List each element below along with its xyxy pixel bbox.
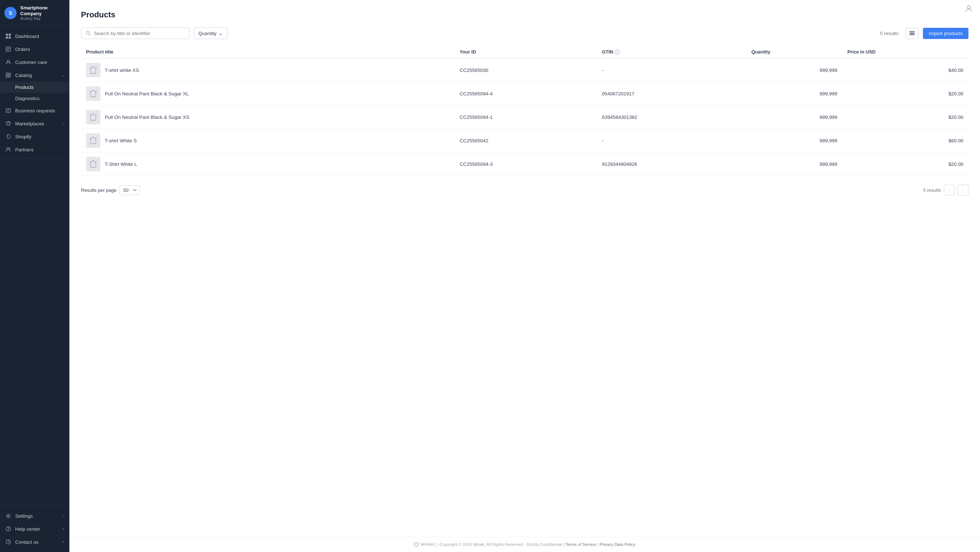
price-cell: $40.00 bbox=[842, 59, 969, 82]
sidebar-item-orders[interactable]: Orders bbox=[0, 43, 69, 56]
gtin-info-icon[interactable]: i bbox=[615, 49, 620, 54]
sidebar-collapse-button[interactable]: ‹ bbox=[66, 9, 69, 17]
import-products-button[interactable]: Import products bbox=[923, 28, 969, 39]
list-view-icon bbox=[909, 30, 915, 36]
product-title-cell: T-shirt white XS bbox=[81, 59, 455, 82]
quantity-filter-button[interactable]: Quantity ⌄ bbox=[194, 27, 228, 39]
svg-rect-12 bbox=[9, 75, 11, 77]
svg-point-20 bbox=[8, 530, 8, 530]
your-id-cell: CC25565030 bbox=[455, 59, 597, 82]
product-thumbnail bbox=[86, 157, 100, 171]
col-gtin: GTIN i bbox=[597, 46, 746, 59]
sidebar-item-diagnostics[interactable]: Diagnostics bbox=[0, 93, 69, 104]
svg-rect-2 bbox=[6, 37, 8, 39]
svg-rect-25 bbox=[910, 33, 915, 33]
sidebar-item-catalog[interactable]: Catalog ⌄ bbox=[0, 68, 69, 82]
product-title: T-shirt White S bbox=[105, 138, 137, 143]
product-title: T-shirt white XS bbox=[105, 68, 139, 73]
col-quantity: Quantity bbox=[746, 46, 842, 59]
sidebar: S Smartphone Company Audrey Bay ‹ Dashbo… bbox=[0, 0, 69, 552]
svg-rect-0 bbox=[6, 33, 8, 36]
search-icon bbox=[86, 30, 91, 36]
price-cell: $60.00 bbox=[842, 129, 969, 153]
dashboard-label: Dashboard bbox=[15, 33, 64, 39]
marketplaces-icon bbox=[5, 120, 11, 127]
sidebar-item-dashboard[interactable]: Dashboard bbox=[0, 30, 69, 43]
product-title-cell: T-Shirt White L bbox=[81, 153, 455, 176]
pagination-right: 5 results ‹ › bbox=[923, 185, 969, 196]
footer-terms-link[interactable]: Terms of Service bbox=[565, 542, 596, 547]
your-id-cell: CC25565094-3 bbox=[455, 153, 597, 176]
sidebar-header: S Smartphone Company Audrey Bay ‹ bbox=[0, 0, 69, 26]
sidebar-item-settings[interactable]: Settings › bbox=[0, 509, 69, 522]
dashboard-icon bbox=[5, 33, 11, 40]
customer-care-icon bbox=[5, 59, 11, 65]
svg-rect-13 bbox=[6, 109, 11, 112]
svg-point-16 bbox=[6, 148, 8, 149]
per-page-select[interactable]: 50 100 200 bbox=[119, 185, 140, 195]
diagnostics-label: Diagnostics bbox=[15, 96, 40, 101]
shopify-icon bbox=[5, 133, 11, 140]
footer-text: MIRAKL | Copyright © 2024 Mirakl, All Ri… bbox=[421, 542, 565, 547]
sidebar-footer: Settings › Help center ↗ Contact us ↗ bbox=[0, 506, 69, 552]
table-row: Pull On Neutral Pant Black & Sugar XL CC… bbox=[81, 82, 969, 105]
product-thumbnail bbox=[86, 133, 100, 148]
marketplaces-label: Marketplaces bbox=[15, 121, 63, 126]
page-title: Products bbox=[81, 10, 969, 19]
price-cell: $20.00 bbox=[842, 105, 969, 129]
svg-rect-9 bbox=[6, 73, 8, 75]
quantity-cell: 999,999 bbox=[746, 129, 842, 153]
pagination-results-count: 5 results bbox=[923, 188, 941, 193]
sidebar-item-products[interactable]: Products bbox=[0, 82, 69, 93]
sidebar-item-partners[interactable]: Partners bbox=[0, 143, 69, 156]
gtin-cell: 9129344904926 bbox=[597, 153, 746, 176]
col-price: Price in USD bbox=[842, 46, 969, 59]
main-area: Products Quantity ⌄ 5 results Import pro… bbox=[69, 0, 980, 552]
product-title: Pull On Neutral Pant Black & Sugar XS bbox=[105, 115, 189, 120]
main-content: Products Quantity ⌄ 5 results Import pro… bbox=[69, 0, 980, 537]
table-row: Pull On Neutral Pant Black & Sugar XS CC… bbox=[81, 105, 969, 129]
marketplaces-arrow-icon: › bbox=[63, 121, 64, 126]
search-input[interactable] bbox=[94, 31, 185, 36]
pagination-bar: Results per page 50 100 200 5 results ‹ … bbox=[81, 179, 969, 197]
footer-privacy-link[interactable]: Privacy Data Policy bbox=[600, 542, 636, 547]
gtin-cell: - bbox=[597, 59, 746, 82]
sidebar-item-contact-us[interactable]: Contact us ↗ bbox=[0, 535, 69, 549]
product-thumbnail bbox=[86, 110, 100, 124]
gtin-cell: 6394584301382 bbox=[597, 105, 746, 129]
svg-rect-10 bbox=[9, 73, 11, 75]
price-cell: $20.00 bbox=[842, 82, 969, 105]
table-body: T-shirt white XS CC25565030 - 999,999 $4… bbox=[81, 59, 969, 176]
col-product-title: Product title bbox=[81, 46, 455, 59]
business-requests-label: Business requests bbox=[15, 108, 64, 113]
pagination-next-button[interactable]: › bbox=[958, 185, 969, 196]
product-title-cell: Pull On Neutral Pant Black & Sugar XL bbox=[81, 82, 455, 105]
sidebar-item-help-center[interactable]: Help center ↗ bbox=[0, 522, 69, 535]
orders-icon bbox=[5, 46, 11, 52]
settings-icon bbox=[5, 512, 11, 519]
product-thumbnail bbox=[86, 86, 100, 101]
user-icon[interactable] bbox=[965, 4, 973, 14]
search-box[interactable] bbox=[81, 27, 189, 39]
sidebar-item-customer-care[interactable]: Customer care bbox=[0, 56, 69, 68]
catalog-label: Catalog bbox=[15, 73, 61, 78]
company-logo: S bbox=[4, 7, 17, 19]
svg-point-8 bbox=[7, 60, 10, 62]
settings-arrow-icon: › bbox=[63, 514, 64, 518]
sidebar-item-shopify[interactable]: Shopify bbox=[0, 130, 69, 143]
help-center-external-icon: ↗ bbox=[61, 527, 64, 531]
table-row: T-shirt White S CC25565042 - 999,999 $60… bbox=[81, 129, 969, 153]
nav-divider bbox=[0, 158, 69, 159]
product-title: Pull On Neutral Pant Black & Sugar XL bbox=[105, 91, 189, 97]
table-row: T-shirt white XS CC25565030 - 999,999 $4… bbox=[81, 59, 969, 82]
pagination-prev-button[interactable]: ‹ bbox=[944, 185, 955, 196]
results-count: 5 results bbox=[880, 31, 898, 36]
svg-point-23 bbox=[86, 31, 89, 34]
sidebar-item-business-requests[interactable]: Business requests bbox=[0, 104, 69, 117]
list-view-button[interactable] bbox=[905, 27, 919, 39]
products-label: Products bbox=[15, 84, 33, 90]
svg-point-17 bbox=[8, 148, 10, 149]
products-table: Product title Your ID GTIN i Quantity Pr… bbox=[81, 46, 969, 176]
sidebar-item-marketplaces[interactable]: Marketplaces › bbox=[0, 117, 69, 130]
quantity-cell: 999,999 bbox=[746, 82, 842, 105]
